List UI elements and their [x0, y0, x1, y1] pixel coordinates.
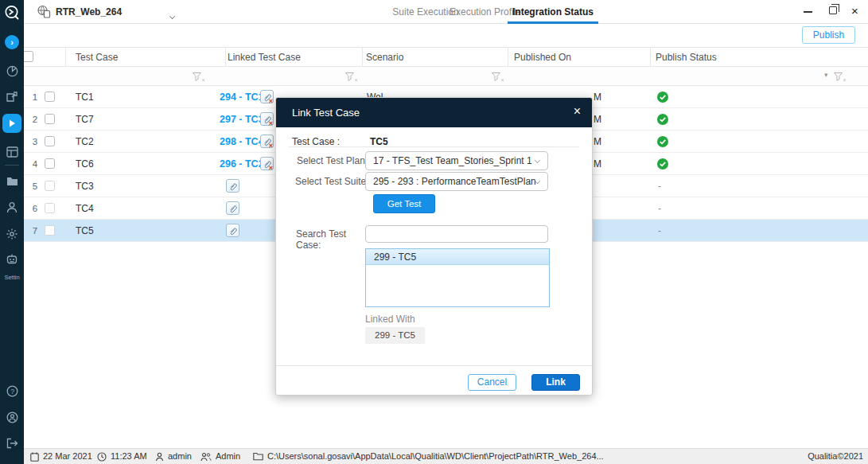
clock-icon	[97, 452, 107, 463]
chevron-down-icon	[535, 158, 540, 163]
link-test-case-button[interactable]	[226, 224, 239, 237]
row-number: 5	[24, 175, 46, 197]
unlink-x-icon: ×	[269, 98, 273, 105]
publish-button[interactable]: Publish	[802, 26, 855, 44]
expand-sidebar-icon[interactable]: ›	[5, 35, 19, 49]
qualitia-logo-icon	[3, 4, 21, 21]
pie-report-icon[interactable]	[6, 64, 18, 77]
publish-status-cell: -	[658, 220, 661, 242]
tab-integration-status[interactable]: Integration Status	[501, 0, 605, 24]
unlink-test-case-button[interactable]: ×	[260, 90, 274, 103]
search-test-case-input[interactable]	[365, 225, 548, 243]
project-selector[interactable]: RTR_Web_264	[56, 6, 122, 18]
test-suite-select[interactable]: 295 - 293 : PerformanceTeamTestPlan	[365, 172, 548, 191]
table-header: Test Case Linked Test Case Scenario Publ…	[24, 47, 868, 67]
filter-clear-icon[interactable]: ×	[193, 72, 204, 86]
link-test-case-button[interactable]	[226, 201, 239, 215]
linked-test-case-link[interactable]: 294 - TC1	[220, 86, 264, 108]
chevron-down-icon[interactable]	[169, 8, 176, 14]
unlink-test-case-button[interactable]: ×	[260, 135, 274, 148]
row-checkbox[interactable]	[45, 114, 55, 124]
svg-text:×: ×	[843, 77, 847, 83]
settings-gear-icon[interactable]	[6, 228, 18, 240]
copyright-label: Qualitia©2021	[808, 449, 863, 464]
table-filter-row: × × × ▾ ×	[24, 67, 868, 86]
publish-status-cell: -	[658, 175, 661, 197]
divider	[289, 146, 579, 147]
filter-dropdown-caret-icon[interactable]: ▾	[824, 71, 828, 79]
link-button[interactable]: Link	[531, 374, 580, 391]
row-number: 7	[24, 220, 46, 242]
people-icon	[200, 452, 212, 463]
test-case-name: TC2	[76, 131, 94, 153]
get-test-cases-button[interactable]: Get Test Cases	[373, 194, 435, 213]
test-case-value: TC5	[370, 136, 388, 147]
test-case-name: TC3	[76, 175, 94, 197]
unlink-x-icon: ×	[269, 165, 273, 172]
test-case-listbox[interactable]: 299 - TC5	[365, 248, 550, 307]
dialog-footer-divider	[276, 365, 592, 366]
unlink-x-icon: ×	[269, 142, 273, 150]
close-window-icon[interactable]: ×	[851, 3, 858, 19]
col-test-case[interactable]: Test Case	[76, 48, 118, 68]
filter-clear-icon[interactable]: ×	[492, 72, 504, 86]
svg-text:×: ×	[355, 77, 358, 83]
status-bar: 22 Mar 2021 11:23 AM admin Admin C:\User…	[24, 448, 868, 464]
row-checkbox[interactable]	[45, 225, 55, 236]
col-published-on[interactable]: Published On	[514, 48, 571, 68]
row-checkbox[interactable]	[45, 158, 55, 169]
calendar-icon	[30, 452, 39, 463]
dialog-close-icon[interactable]: ×	[574, 104, 581, 119]
test-case-name: TC6	[76, 153, 94, 175]
restore-icon[interactable]	[829, 6, 837, 14]
link-test-case-button[interactable]	[226, 179, 239, 193]
col-linked-test-case[interactable]: Linked Test Case	[228, 48, 301, 68]
test-plan-select[interactable]: 17 - TFS_Test Team_Stories_Sprint 1	[365, 151, 548, 170]
col-scenario[interactable]: Scenario	[366, 48, 403, 68]
unlink-test-case-button[interactable]: ×	[260, 112, 274, 126]
list-item-selected[interactable]: 299 - TC5	[366, 249, 549, 265]
test-case-label: Test Case :	[292, 136, 340, 147]
left-sidebar: › Settin ?	[0, 0, 24, 464]
top-bar: RTR_Web_264 Suite Execution Execution Pr…	[24, 0, 868, 24]
layout-icon[interactable]	[6, 146, 18, 158]
linked-test-case-link[interactable]: 296 - TC2	[220, 153, 264, 175]
row-number: 2	[24, 108, 46, 131]
unlink-x-icon: ×	[269, 120, 273, 127]
logout-icon[interactable]	[6, 437, 18, 450]
filter-clear-icon[interactable]: ×	[834, 72, 846, 86]
minimize-icon[interactable]	[804, 11, 812, 13]
row-number: 4	[24, 153, 46, 175]
svg-text:×: ×	[202, 77, 205, 83]
execution-play-icon[interactable]	[2, 114, 21, 133]
help-icon[interactable]: ?	[6, 384, 18, 397]
row-number: 3	[24, 131, 46, 153]
linked-test-case-link[interactable]: 298 - TC4	[220, 131, 264, 153]
cancel-button[interactable]: Cancel	[468, 374, 516, 391]
row-checkbox[interactable]	[45, 203, 55, 213]
status-project-path: C:\Users\sonal.gosavi\AppData\Local\Qual…	[267, 449, 604, 464]
status-date: 22 Mar 2021	[43, 449, 92, 464]
account-icon[interactable]	[6, 411, 18, 423]
search-test-case-label: Search Test Case:	[296, 228, 372, 251]
user-icon[interactable]	[6, 201, 18, 213]
select-test-plan-label: Select Test Plan:	[297, 155, 373, 166]
select-all-checkbox[interactable]	[22, 51, 33, 62]
col-publish-status[interactable]: Publish Status	[656, 48, 717, 68]
app-window: › Settin ?	[0, 0, 868, 464]
test-case-name: TC4	[76, 197, 94, 220]
row-checkbox[interactable]	[45, 92, 55, 102]
folder-icon[interactable]	[6, 174, 18, 187]
link-test-case-dialog: Link Test Case × Test Case :TC5 Select T…	[275, 97, 593, 396]
row-checkbox[interactable]	[45, 181, 55, 191]
linked-test-case-link[interactable]: 297 - TC3	[220, 108, 264, 131]
status-time: 11:23 AM	[111, 449, 147, 464]
export-icon[interactable]	[6, 90, 18, 103]
row-checkbox[interactable]	[45, 136, 55, 146]
filter-clear-icon[interactable]: ×	[345, 72, 357, 86]
svg-text:×: ×	[501, 77, 504, 83]
publish-success-icon	[657, 136, 668, 150]
unlink-test-case-button[interactable]: ×	[260, 157, 274, 170]
bot-icon[interactable]	[6, 252, 18, 265]
sidebar-divider	[5, 165, 19, 166]
